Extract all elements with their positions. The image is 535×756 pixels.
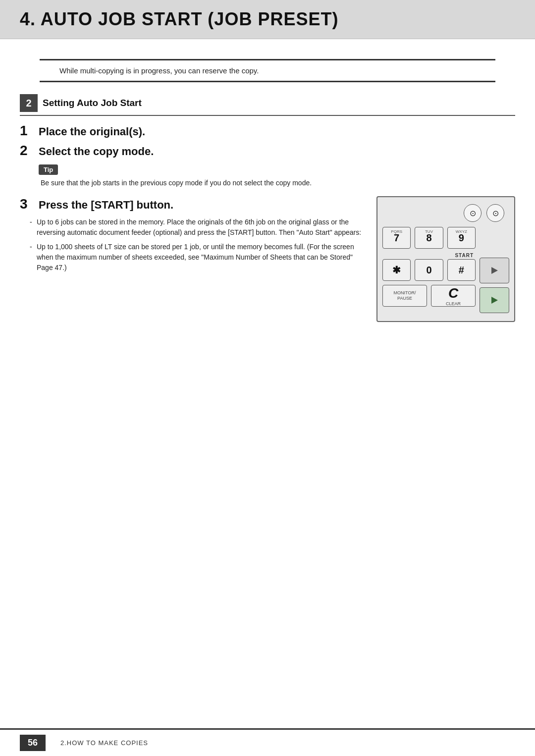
tip-badge: Tip: [39, 164, 58, 175]
step2-number: 2: [20, 143, 36, 159]
tip-box: Tip Be sure that the job starts in the p…: [39, 164, 515, 188]
key-hash[interactable]: #: [447, 259, 476, 281]
key-7[interactable]: PQRS 7: [382, 227, 411, 249]
start-buttons-col: [480, 227, 509, 313]
page-title: 4. AUTO JOB START (JOB PRESET): [20, 9, 515, 30]
step1-number: 1: [20, 123, 36, 139]
step3-text-area: 3 Press the [START] button. Up to 6 jobs…: [20, 196, 362, 277]
list-item: Up to 1,000 sheets of LT size can be sto…: [30, 242, 362, 273]
key-star[interactable]: ✱: [382, 259, 411, 281]
key-8[interactable]: TUV 8: [415, 227, 443, 249]
svg-marker-0: [491, 267, 498, 274]
intro-text: While multi-copying is in progress, you …: [59, 66, 259, 75]
keypad-panel: ⊙ ⊙ PQRS 7 TUV: [376, 196, 515, 322]
keypad-bottom-grid: ✱ 0 #: [382, 259, 476, 281]
key-9[interactable]: WXYZ 9: [447, 227, 476, 249]
svg-marker-1: [491, 297, 498, 304]
start-green-icon: [489, 295, 500, 306]
footer-section-label: 2.HOW TO MAKE COPIES: [60, 739, 148, 747]
list-item: Up to 6 jobs can be stored in the memory…: [30, 217, 362, 238]
step1-label: Place the original(s).: [39, 125, 145, 138]
tip-text: Be sure that the job starts in the previ…: [41, 178, 515, 188]
c-letter: C: [448, 285, 458, 301]
step3-heading-row: 3 Press the [START] button.: [20, 196, 362, 212]
start-green-btn[interactable]: [480, 287, 509, 313]
step3-number: 3: [20, 196, 36, 212]
main-content: While multi-copying is in progress, you …: [0, 39, 535, 728]
interrupt-icon-btn[interactable]: ⊙: [464, 204, 482, 222]
section-number-badge: 2: [20, 94, 38, 112]
keypad-top-row: ⊙ ⊙: [382, 204, 509, 222]
power-icon-btn[interactable]: ⊙: [486, 204, 504, 222]
section-header: 2 Setting Auto Job Start: [20, 94, 515, 116]
keypad-container: ⊙ ⊙ PQRS 7 TUV: [376, 196, 515, 322]
step3-section: 3 Press the [START] button. Up to 6 jobs…: [20, 196, 515, 322]
start-dark-btn[interactable]: [480, 258, 509, 283]
step2-label: Select the copy mode.: [39, 145, 154, 158]
monitor-label: MONITOR/PAUSE: [394, 290, 416, 301]
keypad-last-row: MONITOR/PAUSE C CLEAR: [382, 285, 476, 307]
monitor-pause-key[interactable]: MONITOR/PAUSE: [382, 285, 427, 307]
bullet-list: Up to 6 jobs can be stored in the memory…: [30, 217, 362, 273]
page-number-badge: 56: [20, 735, 46, 751]
start-label: START: [455, 253, 474, 258]
intro-section: While multi-copying is in progress, you …: [40, 59, 495, 82]
clear-label: CLEAR: [446, 301, 461, 307]
start-dark-icon: [489, 265, 500, 276]
step3-label: Press the [START] button.: [39, 199, 173, 212]
step2-row: 2 Select the copy mode.: [20, 143, 515, 159]
title-bar: 4. AUTO JOB START (JOB PRESET): [0, 0, 535, 39]
clear-key[interactable]: C CLEAR: [431, 285, 476, 307]
keypad-main-grid: PQRS 7 TUV 8 WXYZ 9: [382, 227, 476, 249]
page-footer: 56 2.HOW TO MAKE COPIES: [0, 728, 535, 756]
section-title: Setting Auto Job Start: [43, 98, 142, 108]
step1-row: 1 Place the original(s).: [20, 123, 515, 139]
key-zero[interactable]: 0: [415, 259, 443, 281]
